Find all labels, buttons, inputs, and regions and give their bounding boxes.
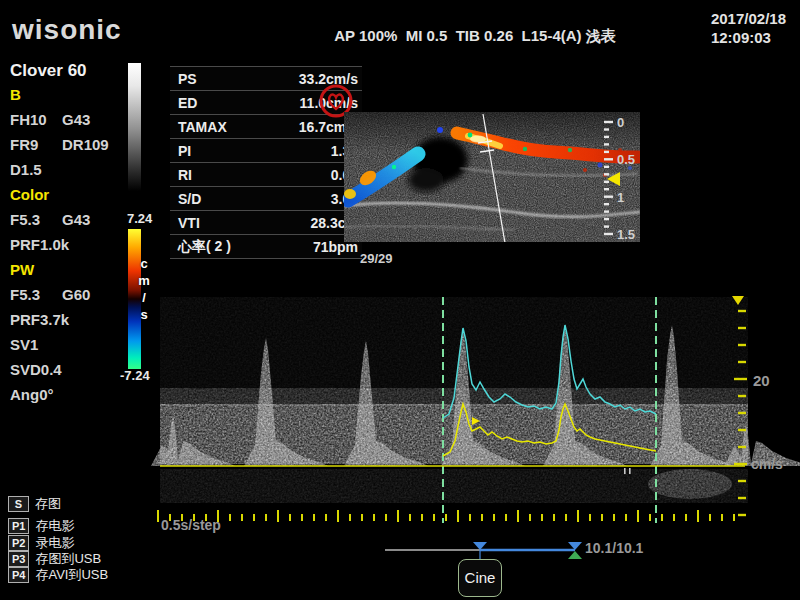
sidebar-param: SVD0.4 (10, 361, 128, 386)
sidebar-param: Color (10, 186, 128, 211)
colorbar-min-label: -7.24 (120, 368, 150, 383)
hotkey-label: 存电影 (35, 517, 74, 535)
sidebar-param: F5.3G60 (10, 286, 128, 311)
measurement-label: S/D (178, 191, 201, 207)
measurement-label: VTI (178, 215, 200, 231)
sidebar-param: F5.3G43 (10, 211, 128, 236)
measurement-row: 心率( 2 )71bpm (170, 234, 362, 258)
wisonic-logo: wisonic (12, 14, 122, 46)
depth-label: 0.5 (617, 152, 635, 167)
sweep-speed-label: 0.5s/step (161, 517, 221, 533)
measurement-label: 心率( 2 ) (178, 238, 231, 256)
hotkey-cap: P2 (8, 535, 29, 551)
sidebar-param: FR9DR109 (10, 136, 128, 161)
grayscale-bar (128, 63, 141, 191)
sidebar-param: D1.5 (10, 161, 128, 186)
hotkey-cap: P4 (8, 567, 29, 583)
hotkey-cap: P1 (8, 518, 29, 534)
sidebar-param: PW (10, 261, 128, 286)
datetime: 2017/02/18 12:09:03 (711, 9, 786, 47)
measurement-row: VTI28.3cm (170, 210, 362, 234)
time-label: 12:09:03 (711, 28, 786, 47)
hotkey-cap: S (8, 496, 29, 512)
hotkey-p1-button[interactable]: P1存电影 (8, 518, 74, 534)
velocity-unit-label: cm/s (751, 456, 783, 472)
hotkey-label: 存图 (35, 495, 61, 513)
sidebar-param: SV1 (10, 336, 128, 361)
colorbar-unit-letter: / (137, 289, 151, 306)
sidebar-param: Ang0° (10, 386, 128, 411)
hotkey-p2-button[interactable]: P2录电影 (8, 535, 74, 551)
hotkey-p3-button[interactable]: P3存图到USB (8, 551, 101, 567)
sidebar-param: PRF3.7k (10, 311, 128, 336)
measurement-row: S/D3.03 (170, 186, 362, 210)
colorbar-unit-letter: m (137, 272, 151, 289)
spectral-doppler-display (150, 293, 800, 530)
probe-preset-label: Clover 60 (10, 61, 87, 81)
velocity-scale-label: 20 (753, 372, 770, 389)
reverse-flow-mound (648, 469, 732, 499)
hotkey-s-button[interactable]: S存图 (8, 496, 61, 512)
depth-label: 1 (617, 190, 624, 205)
measurement-label: TAMAX (178, 119, 227, 135)
hotkey-p4-button[interactable]: P4存AVI到USB (8, 567, 108, 583)
depth-label: 1.5 (617, 227, 635, 242)
hotkey-label: 存AVI到USB (35, 566, 108, 584)
depth-scale: 00.511.5 (598, 108, 650, 248)
colorbar-unit-letter: s (137, 306, 151, 323)
cine-frame-label: 10.1/10.1 (585, 540, 643, 556)
acoustic-params: AP 100% MI 0.5 TIB 0.26 L15-4(A) 浅表 (310, 27, 640, 46)
measurement-label: RI (178, 167, 192, 183)
colorbar-unit-label: cm/s (137, 255, 151, 323)
colorbar-unit-letter: c (137, 255, 151, 272)
hotkey-cap: P3 (8, 551, 29, 567)
colorbar-max-label: 7.24 (127, 211, 152, 226)
depth-label: 0 (617, 115, 624, 130)
date-label: 2017/02/18 (711, 9, 786, 28)
sidebar-param: B (10, 86, 128, 111)
sidebar-params: BFH10G43FR9DR109D1.5ColorF5.3G43PRF1.0kP… (10, 86, 128, 411)
frame-counter: 29/29 (360, 251, 393, 266)
bmode-image (344, 112, 640, 242)
cine-position-marker[interactable] (568, 551, 582, 559)
measurement-row: PI1.33 (170, 138, 362, 162)
sidebar-param: FH10G43 (10, 111, 128, 136)
ultrasound-screen: wisonic AP 100% MI 0.5 TIB 0.26 L15-4(A)… (0, 0, 800, 600)
measurement-label: PI (178, 143, 191, 159)
cine-button[interactable]: Cine (458, 559, 502, 597)
timeline-ticks (157, 510, 735, 522)
measurement-label: PS (178, 71, 197, 87)
measurement-label: ED (178, 95, 197, 111)
sidebar-param: PRF1.0k (10, 236, 128, 261)
measurement-row: RI0.67 (170, 162, 362, 186)
